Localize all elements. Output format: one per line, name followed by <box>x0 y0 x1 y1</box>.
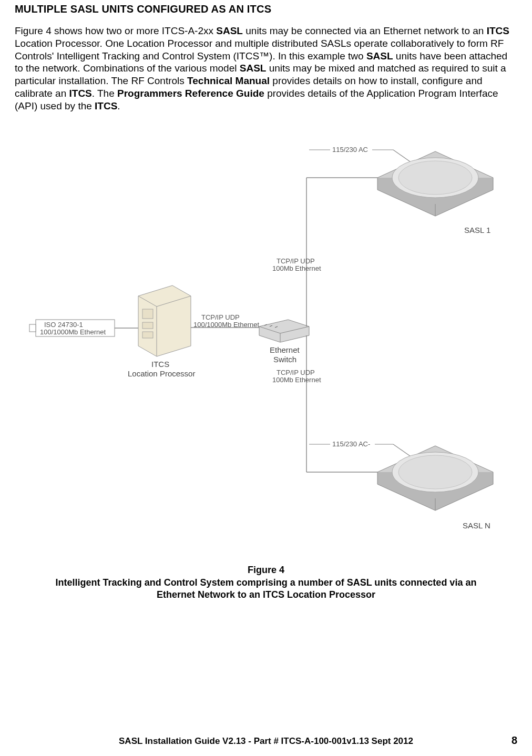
sasl-n-label: SASL N <box>463 521 490 530</box>
svg-rect-4 <box>142 309 153 319</box>
iso-label-line2: 100/1000Mb Ethernet <box>40 328 106 336</box>
text-bold: SASL <box>216 25 243 36</box>
text: . The <box>92 88 117 99</box>
tcp-bot-l1: TCP/IP UDP <box>277 369 315 376</box>
svg-rect-6 <box>142 332 153 338</box>
text: . <box>117 100 120 111</box>
ethernet-switch-icon <box>259 320 309 342</box>
server-icon <box>138 285 191 356</box>
network-diagram: ISO 24730-1 100/1000Mb Ethernet ITCS Loc… <box>15 128 517 543</box>
ethernet-switch-label-l2: Switch <box>273 355 296 364</box>
iso-label-line1: ISO 24730-1 <box>44 321 83 329</box>
figure-caption: Figure 4 Intelligent Tracking and Contro… <box>15 564 517 601</box>
tcp-lp-label-l1: TCP/IP UDP <box>201 313 240 321</box>
caption-line1: Figure 4 <box>15 564 517 576</box>
page-footer: SASL Installation Guide V2.13 - Part # I… <box>0 736 532 747</box>
svg-point-27 <box>398 455 472 489</box>
itcs-lp-label-l1: ITCS <box>151 360 169 369</box>
text-bold: ITCS <box>69 88 92 99</box>
tcp-lp-label-l2: 100/1000Mb Ethernet <box>193 321 259 329</box>
ethernet-switch-label-l1: Ethernet <box>270 345 300 354</box>
ac-top-label: 115/230 AC <box>332 146 368 154</box>
caption-line3: Ethernet Network to an ITCS Location Pro… <box>15 589 517 601</box>
text-bold: ITCS <box>95 100 117 111</box>
text-bold: SASL <box>366 50 393 62</box>
sasl-n-icon <box>377 446 493 510</box>
footer-text: SASL Installation Guide V2.13 - Part # I… <box>15 736 517 747</box>
sasl-1-label: SASL 1 <box>464 226 490 234</box>
svg-point-21 <box>398 161 472 195</box>
text-bold: Technical Manual <box>187 75 270 86</box>
text: units may be connected via an Ethernet n… <box>243 25 487 36</box>
section-heading: MULTIPLE SASL UNITS CONFIGURED AS AN ITC… <box>15 3 517 15</box>
tcp-bot-l2: 100Mb Ethernet <box>272 376 321 384</box>
text-bold: ITCS <box>487 25 509 36</box>
text-bold: SASL <box>240 63 267 74</box>
text: Figure 4 shows how two or more ITCS-A-2x… <box>15 25 216 36</box>
page-number: 8 <box>511 734 517 747</box>
ac-bot-label: 115/230 AC- <box>332 440 370 448</box>
svg-rect-5 <box>142 322 153 329</box>
itcs-lp-label-l2: Location Processor <box>128 369 195 378</box>
svg-rect-1 <box>29 324 36 332</box>
text-bold: Programmers Reference Guide <box>117 88 264 99</box>
sasl-1-icon <box>377 151 493 216</box>
tcp-top-l2: 100Mb Ethernet <box>272 264 321 272</box>
caption-line2: Intelligent Tracking and Control System … <box>15 577 517 589</box>
tcp-top-l1: TCP/IP UDP <box>277 257 315 265</box>
body-paragraph: Figure 4 shows how two or more ITCS-A-2x… <box>15 25 517 112</box>
